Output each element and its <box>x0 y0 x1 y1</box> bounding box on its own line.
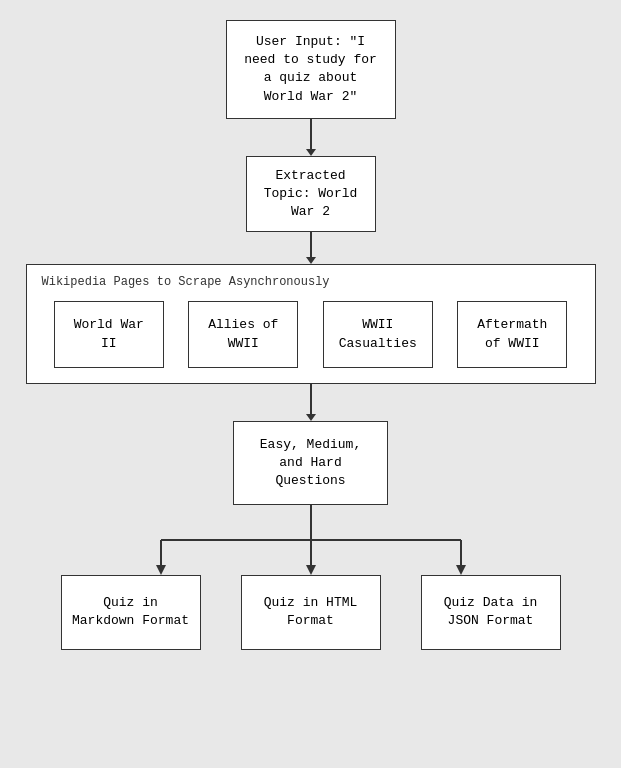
output-json-box: Quiz Data in JSON Format <box>421 575 561 649</box>
split-arrow-section <box>86 505 536 575</box>
diagram-container: User Input: "I need to study for a quiz … <box>0 0 621 768</box>
extracted-topic-label: Extracted Topic: World War 2 <box>264 168 358 219</box>
output-markdown-box: Quiz in Markdown Format <box>61 575 201 649</box>
output-markdown-label: Quiz in Markdown Format <box>72 595 189 628</box>
wiki-pages-row: World War II Allies of WWII WWII Casualt… <box>42 301 580 367</box>
wiki-page-aftermath: Aftermath of WWII <box>457 301 567 367</box>
wiki-page-casualties: WWII Casualties <box>323 301 433 367</box>
output-html-label: Quiz in HTML Format <box>264 595 358 628</box>
output-html-box: Quiz in HTML Format <box>241 575 381 649</box>
wikipedia-group-label: Wikipedia Pages to Scrape Asynchronously <box>42 275 580 289</box>
arrow-1 <box>310 119 312 149</box>
wiki-page-label-2: WWII Casualties <box>339 317 417 350</box>
output-json-label: Quiz Data in JSON Format <box>444 595 538 628</box>
svg-marker-3 <box>156 565 166 575</box>
wiki-page-label-3: Aftermath of WWII <box>477 317 547 350</box>
questions-box: Easy, Medium, and Hard Questions <box>233 421 388 506</box>
wiki-page-world-war-ii: World War II <box>54 301 164 367</box>
extracted-topic-box: Extracted Topic: World War 2 <box>246 156 376 233</box>
arrow-2 <box>310 232 312 257</box>
svg-marker-7 <box>456 565 466 575</box>
wiki-page-label-0: World War II <box>74 317 144 350</box>
questions-label: Easy, Medium, and Hard Questions <box>260 437 361 488</box>
arrow-3 <box>310 384 312 414</box>
wiki-page-label-1: Allies of WWII <box>208 317 278 350</box>
user-input-label: User Input: "I need to study for a quiz … <box>244 34 377 104</box>
svg-marker-5 <box>306 565 316 575</box>
bottom-boxes-row: Quiz in Markdown Format Quiz in HTML For… <box>61 575 561 649</box>
wiki-page-allies: Allies of WWII <box>188 301 298 367</box>
user-input-box: User Input: "I need to study for a quiz … <box>226 20 396 119</box>
wikipedia-group: Wikipedia Pages to Scrape Asynchronously… <box>26 264 596 383</box>
split-arrows-svg <box>86 505 536 575</box>
